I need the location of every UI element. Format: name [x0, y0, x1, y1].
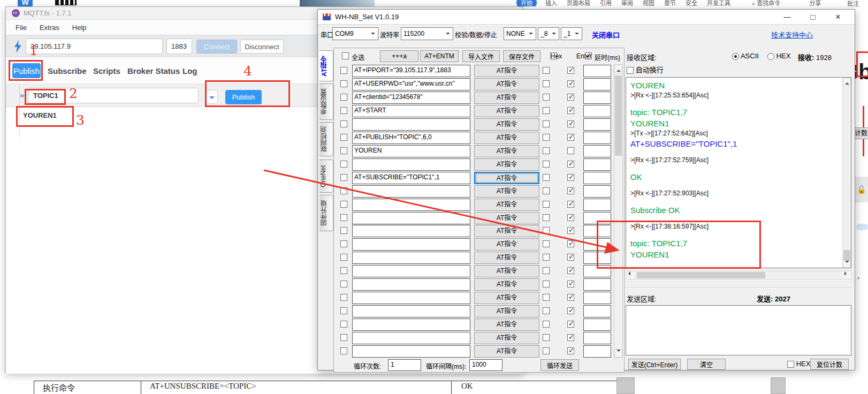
row-enter-checkbox[interactable]	[567, 227, 574, 234]
at-command-send-button[interactable]: AT指令	[474, 265, 539, 277]
row-delay-input[interactable]	[583, 145, 611, 157]
scrollbar-thumb[interactable]	[843, 250, 850, 261]
databits-select[interactable]: _8	[538, 27, 559, 40]
row-delay-input[interactable]	[583, 105, 611, 117]
row-hex-checkbox[interactable]	[543, 134, 550, 141]
row-hex-checkbox[interactable]	[543, 120, 550, 127]
ascii-radio[interactable]: ASCII	[732, 52, 759, 60]
row-enter-checkbox[interactable]	[567, 267, 574, 274]
side-tab-firmware-upgrade[interactable]: 固件升级	[319, 195, 333, 231]
row-enter-checkbox[interactable]	[567, 347, 574, 354]
at-command-input[interactable]: AT+USERPWD="usr","www.usr.cn"	[352, 78, 470, 90]
row-select-checkbox[interactable]	[340, 334, 347, 341]
row-select-checkbox[interactable]	[340, 107, 347, 114]
at-command-send-button[interactable]: AT指令	[474, 199, 539, 211]
at-command-send-button[interactable]: AT指令	[474, 345, 539, 358]
row-select-checkbox[interactable]	[340, 347, 347, 354]
at-command-input[interactable]	[352, 212, 470, 224]
ribbon-tab[interactable]: 页面布局	[566, 0, 591, 6]
ribbon-tab[interactable]: 开始	[516, 0, 537, 6]
row-hex-checkbox[interactable]	[543, 347, 550, 354]
at-command-input[interactable]	[352, 252, 470, 264]
row-hex-checkbox[interactable]	[543, 94, 550, 101]
at-command-send-button[interactable]: AT指令	[474, 278, 539, 291]
row-select-checkbox[interactable]	[340, 67, 347, 74]
row-enter-checkbox[interactable]	[567, 240, 574, 247]
at-command-input[interactable]: AT+IPPORT="39.105.117.9",1883	[352, 65, 470, 77]
send-input-area[interactable]	[626, 305, 851, 355]
row-delay-input[interactable]	[583, 292, 611, 304]
row-enter-checkbox[interactable]	[567, 281, 574, 287]
ribbon-tab[interactable]: 章节	[663, 0, 677, 6]
whnb-titlebar[interactable]: WH-NB_Set V1.0.19	[318, 10, 855, 25]
row-delay-input[interactable]	[583, 118, 611, 131]
row-enter-checkbox[interactable]	[567, 107, 574, 114]
loop-interval-input[interactable]: 1000	[469, 359, 502, 371]
row-select-checkbox[interactable]	[340, 214, 347, 221]
tab-scripts[interactable]: Scripts	[93, 63, 120, 78]
row-enter-checkbox[interactable]	[567, 214, 574, 221]
at-command-input[interactable]	[352, 225, 470, 237]
row-hex-checkbox[interactable]	[543, 321, 550, 328]
row-delay-input[interactable]	[583, 132, 611, 144]
send-button[interactable]: 发送(Ctrl+Enter)	[628, 359, 681, 370]
ribbon-share-label[interactable]: 分享	[809, 0, 821, 6]
row-hex-checkbox[interactable]	[543, 147, 550, 154]
row-hex-checkbox[interactable]	[543, 227, 550, 234]
row-enter-checkbox[interactable]	[567, 187, 574, 194]
plus-a-button[interactable]: +++a	[380, 50, 418, 62]
row-enter-checkbox[interactable]	[567, 294, 574, 301]
broker-port-input[interactable]: 1883	[166, 39, 192, 54]
parity-select[interactable]: NONE	[504, 27, 536, 40]
save-file-button[interactable]: 保存文件	[503, 50, 540, 62]
receive-vscrollbar[interactable]	[842, 78, 851, 268]
row-delay-input[interactable]	[583, 278, 611, 291]
row-hex-checkbox[interactable]	[543, 107, 550, 114]
row-select-checkbox[interactable]	[340, 161, 347, 168]
at-command-send-button[interactable]: AT指令	[474, 132, 539, 144]
row-hex-checkbox[interactable]	[543, 334, 550, 341]
row-enter-checkbox[interactable]	[567, 67, 574, 74]
row-hex-checkbox[interactable]	[543, 174, 550, 181]
row-delay-input[interactable]	[583, 345, 611, 358]
at-command-send-button[interactable]: AT指令	[474, 65, 539, 77]
row-select-checkbox[interactable]	[340, 187, 347, 194]
row-enter-checkbox[interactable]	[567, 174, 574, 181]
at-command-input[interactable]	[352, 118, 470, 131]
at-command-input[interactable]: AT+clientid="12345678"	[352, 92, 470, 104]
at-command-input[interactable]: YOUREN	[352, 145, 470, 157]
maximize-button[interactable]	[805, 10, 821, 24]
row-delay-input[interactable]	[583, 92, 611, 104]
at-command-input[interactable]: AT+SUBSCRIBE="TOPIC1",1	[352, 172, 470, 184]
port-select[interactable]: COM9	[332, 27, 378, 40]
row-select-checkbox[interactable]	[340, 174, 347, 181]
ribbon-tab[interactable]: 视图	[642, 0, 656, 6]
at-command-send-button[interactable]: AT指令	[474, 332, 539, 344]
scroll-down-icon[interactable]	[843, 260, 851, 268]
import-file-button[interactable]: 导入文件	[462, 50, 500, 62]
row-delay-input[interactable]	[583, 199, 611, 211]
stopbits-select[interactable]: _1	[561, 27, 582, 40]
row-select-checkbox[interactable]	[340, 240, 347, 247]
at-command-send-button[interactable]: AT指令	[474, 292, 539, 304]
row-hex-checkbox[interactable]	[543, 240, 550, 247]
at-entm-button[interactable]: AT+ENTM	[420, 50, 459, 62]
at-panel-scrollbar[interactable]	[614, 64, 623, 358]
at-command-send-button[interactable]: AT指令	[474, 172, 539, 184]
row-select-checkbox[interactable]	[340, 201, 347, 208]
row-enter-checkbox[interactable]	[567, 321, 574, 328]
row-enter-checkbox[interactable]	[567, 161, 574, 168]
row-enter-checkbox[interactable]	[567, 201, 574, 208]
row-enter-checkbox[interactable]	[567, 147, 574, 154]
disconnect-button[interactable]: Disconnect	[240, 40, 284, 54]
at-command-input[interactable]	[352, 238, 470, 251]
row-select-checkbox[interactable]	[340, 80, 347, 87]
at-command-input[interactable]	[352, 158, 470, 171]
row-delay-input[interactable]	[583, 332, 611, 344]
at-command-send-button[interactable]: AT指令	[474, 185, 539, 198]
row-select-checkbox[interactable]	[340, 307, 347, 314]
hex-radio[interactable]: HEX	[767, 52, 790, 60]
ribbon-tab[interactable]: 插入	[544, 0, 558, 6]
row-enter-checkbox[interactable]	[567, 80, 574, 87]
at-command-input[interactable]	[352, 345, 470, 358]
